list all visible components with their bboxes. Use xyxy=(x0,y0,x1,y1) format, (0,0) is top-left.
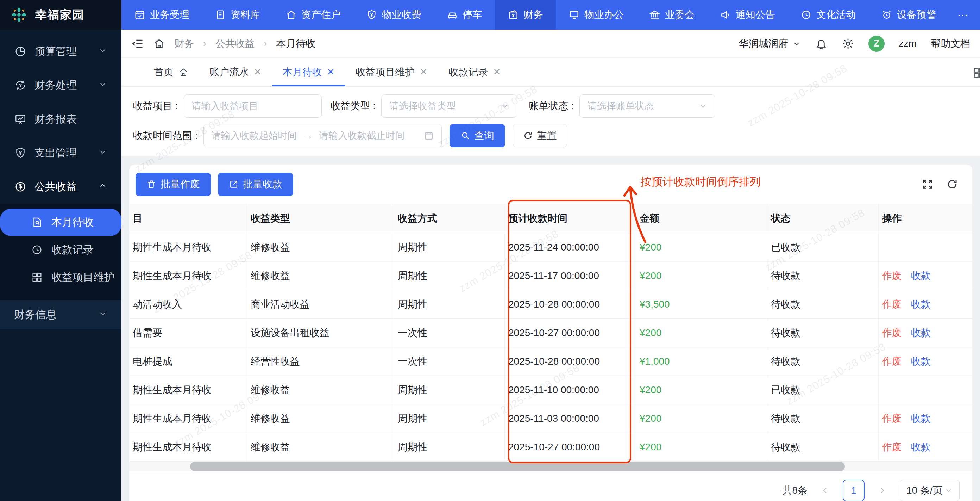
tab-income-project-maintain[interactable]: 收益项目维护 ✕ xyxy=(345,58,438,86)
void-link[interactable]: 作废 xyxy=(882,412,902,425)
income-type-select[interactable]: 请选择收益类型 xyxy=(381,94,517,118)
sidebar-item-label: 财务信息 xyxy=(14,308,98,322)
collect-link[interactable]: 收款 xyxy=(911,440,931,454)
project-input-wrap xyxy=(184,94,322,118)
close-icon[interactable]: ✕ xyxy=(254,67,261,78)
sidebar-item-collection-records[interactable]: 收款记录 xyxy=(0,236,121,263)
gear-icon[interactable] xyxy=(842,37,854,50)
home-icon xyxy=(178,67,188,77)
project-input[interactable] xyxy=(192,101,313,112)
cell-operations: 作废 收款 xyxy=(879,348,972,376)
nav-item-business[interactable]: 业务受理 xyxy=(121,0,202,30)
nav-item-alerts[interactable]: 设备预警 xyxy=(869,0,949,30)
nav-item-office[interactable]: 物业办公 xyxy=(556,0,636,30)
sidebar-item-finance-report[interactable]: 财务报表 xyxy=(0,102,121,136)
batch-collect-button[interactable]: 批量收款 xyxy=(218,172,293,196)
breadcrumb-item[interactable]: 公共收益 xyxy=(215,37,255,50)
nav-item-finance[interactable]: 财务 xyxy=(495,0,556,30)
nav-item-label: 文化活动 xyxy=(816,8,856,21)
page-number-button[interactable]: 1 xyxy=(843,480,865,501)
megaphone-icon xyxy=(720,9,731,21)
nav-item-parking[interactable]: 停车 xyxy=(434,0,495,30)
nav-item-label: 资产住户 xyxy=(301,8,341,21)
batch-void-button[interactable]: 批量作废 xyxy=(135,172,211,196)
void-link[interactable]: 作废 xyxy=(882,298,902,311)
avatar[interactable]: Z xyxy=(869,35,885,52)
void-link[interactable]: 作废 xyxy=(882,440,902,454)
tab-month-receivable[interactable]: 本月待收 ✕ xyxy=(272,58,345,86)
breadcrumb-item[interactable]: 财务 xyxy=(174,37,194,50)
sidebar-item-label: 支出管理 xyxy=(35,146,91,160)
nav-more-button[interactable]: ⋯ xyxy=(949,0,978,30)
prev-page-button[interactable] xyxy=(818,485,832,495)
collect-link[interactable]: 收款 xyxy=(911,355,931,368)
collect-link[interactable]: 收款 xyxy=(911,326,931,340)
close-icon[interactable]: ✕ xyxy=(327,67,335,78)
bill-status-select[interactable]: 请选择账单状态 xyxy=(579,94,715,118)
sidebar-item-income-project-maintain[interactable]: 收益项目维护 xyxy=(0,263,121,291)
nav-item-notice[interactable]: 通知公告 xyxy=(707,0,788,30)
brand-title: 幸福家园 xyxy=(35,7,84,23)
sidebar-item-expense[interactable]: 支出管理 xyxy=(0,136,121,170)
bell-icon[interactable] xyxy=(815,37,827,50)
sidebar-item-finance-info[interactable]: 财务信息 xyxy=(0,300,121,329)
table-header-row: 目 收益类型 收益方式 预计收款时间 金额 状态 操作 xyxy=(129,204,972,233)
void-link[interactable]: 作废 xyxy=(882,269,902,282)
sidebar-item-month-receivable[interactable]: 本月待收 xyxy=(0,209,121,236)
tab-account-flow[interactable]: 账户流水 ✕ xyxy=(199,58,272,86)
cell-project: 期性生成本月待收 xyxy=(129,433,247,461)
batch-void-label: 批量作废 xyxy=(161,177,200,191)
monitor-icon xyxy=(568,9,580,21)
fullscreen-icon[interactable] xyxy=(921,178,934,190)
nav-item-culture[interactable]: 文化活动 xyxy=(788,0,869,30)
cell-status: 待收款 xyxy=(767,433,879,461)
nav-item-committee[interactable]: 业委会 xyxy=(636,0,707,30)
grid-icon xyxy=(31,271,43,283)
cell-status: 待收款 xyxy=(767,404,879,432)
sidebar-item-finance-process[interactable]: 财务处理 xyxy=(0,69,121,102)
project-switcher[interactable]: 华润城润府 xyxy=(739,37,801,50)
close-icon[interactable]: ✕ xyxy=(420,67,428,78)
tab-collection-records[interactable]: 收款记录 ✕ xyxy=(438,58,511,86)
coin-dollar-icon xyxy=(14,180,27,193)
nav-item-library[interactable]: 资料库 xyxy=(202,0,273,30)
page-size-select[interactable]: 10 条/页 xyxy=(900,480,959,501)
help-doc-link[interactable]: 帮助文档 xyxy=(931,37,970,50)
refresh-icon[interactable] xyxy=(946,178,958,190)
void-link[interactable]: 作废 xyxy=(882,326,902,340)
cell-status: 待收款 xyxy=(767,319,879,347)
next-page-button[interactable] xyxy=(875,485,889,495)
tab-list-grid-icon[interactable] xyxy=(972,66,980,79)
cell-income-type: 维修收益 xyxy=(247,433,394,461)
cell-expected-time: 2025-11-24 00:00:00 xyxy=(505,233,636,262)
cell-income-type: 维修收益 xyxy=(247,262,394,290)
collect-link[interactable]: 收款 xyxy=(911,269,931,282)
home-icon[interactable] xyxy=(153,38,165,49)
cell-expected-time: 2025-10-28 00:00:00 xyxy=(505,290,636,319)
nav-item-assets[interactable]: 资产住户 xyxy=(273,0,353,30)
data-card: 批量作废 批量收款 目 xyxy=(129,164,972,501)
sidebar-item-public-income[interactable]: 公共收益 xyxy=(0,170,121,204)
sidebar-collapse-icon[interactable] xyxy=(131,37,144,50)
tab-home[interactable]: 首页 xyxy=(143,58,199,86)
export-icon xyxy=(229,179,239,189)
horizontal-scrollbar-thumb[interactable] xyxy=(190,462,845,471)
search-button[interactable]: 查询 xyxy=(450,124,505,147)
date-range-input[interactable]: 请输入收款起始时间 → 请输入收款截止时间 xyxy=(204,124,442,147)
shield-yen-icon xyxy=(14,147,27,159)
close-icon[interactable]: ✕ xyxy=(493,67,501,78)
reset-button[interactable]: 重置 xyxy=(513,124,567,147)
cell-income-method: 一次性 xyxy=(394,348,505,376)
void-link[interactable]: 作废 xyxy=(882,355,902,368)
nav-item-fees[interactable]: 物业收费 xyxy=(353,0,434,30)
cell-project: 借需要 xyxy=(129,319,247,347)
cell-income-type: 设施设备出租收益 xyxy=(247,319,394,347)
sidebar-item-budget[interactable]: 预算管理 xyxy=(0,35,121,69)
cell-status: 待收款 xyxy=(767,262,879,290)
collect-link[interactable]: 收款 xyxy=(911,412,931,425)
tab-label: 本月待收 xyxy=(283,65,322,79)
collect-link[interactable]: 收款 xyxy=(911,298,931,311)
col-operations: 操作 xyxy=(879,204,972,233)
nav-item-label: 物业收费 xyxy=(382,8,422,21)
page-size-value: 10 条/页 xyxy=(907,484,943,497)
